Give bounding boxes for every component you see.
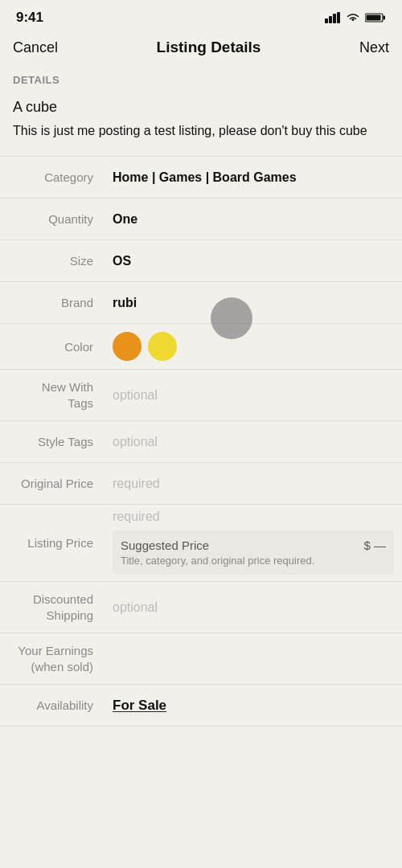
size-label: Size <box>0 244 105 279</box>
your-earnings-label: Your Earnings(when sold) <box>0 633 105 684</box>
suggested-price-value: $ — <box>363 538 386 552</box>
discounted-shipping-value[interactable]: optional <box>105 591 402 624</box>
new-with-tags-row: New WithTags optional <box>0 370 402 421</box>
category-label: Category <box>0 160 105 195</box>
nav-title: Listing Details <box>157 39 261 56</box>
svg-rect-3 <box>337 12 340 23</box>
availability-row: Availability For Sale <box>0 685 402 727</box>
new-with-tags-value[interactable]: optional <box>105 379 402 412</box>
brand-row: Brand rubi <box>0 282 402 324</box>
style-tags-label: Style Tags <box>0 424 105 460</box>
style-tags-value[interactable]: optional <box>105 425 402 459</box>
discounted-shipping-row: DiscountedShipping optional <box>0 582 402 633</box>
color-swatches[interactable] <box>105 324 185 369</box>
style-tags-row: Style Tags optional <box>0 421 402 463</box>
your-earnings-value <box>105 649 402 669</box>
svg-rect-1 <box>329 16 332 23</box>
suggested-price-label: Suggested Price <box>121 538 209 552</box>
listing-price-label: Listing Price <box>0 526 105 561</box>
your-earnings-row: Your Earnings(when sold) <box>0 633 402 685</box>
next-button[interactable]: Next <box>359 39 389 56</box>
svg-rect-0 <box>325 18 328 23</box>
wifi-icon <box>346 12 360 23</box>
category-row: Category Home | Games | Board Games <box>0 157 402 199</box>
item-description: This is just me posting a test listing, … <box>0 119 402 156</box>
color-swatch-orange[interactable] <box>113 332 142 361</box>
suggested-price-hint: Title, category, and original price requ… <box>121 555 386 567</box>
brand-label: Brand <box>0 285 105 321</box>
size-row: Size OS <box>0 240 402 282</box>
listing-price-row: Listing Price required Suggested Price $… <box>0 505 402 582</box>
discounted-shipping-label: DiscountedShipping <box>0 582 105 633</box>
status-bar: 9:41 <box>0 0 402 32</box>
size-value[interactable]: OS <box>105 244 402 278</box>
section-label: DETAILS <box>0 66 402 91</box>
original-price-label: Original Price <box>0 466 105 502</box>
battery-icon <box>365 12 386 23</box>
availability-label: Availability <box>0 688 105 723</box>
status-icons <box>325 12 386 23</box>
quantity-row: Quantity One <box>0 199 402 240</box>
original-price-value[interactable]: required <box>105 467 402 501</box>
suggested-price-box: Suggested Price $ — Title, category, and… <box>113 530 394 575</box>
color-swatch-yellow[interactable] <box>148 332 177 361</box>
item-title: A cube <box>0 91 402 119</box>
status-time: 9:41 <box>16 10 43 26</box>
category-value[interactable]: Home | Games | Board Games <box>105 161 402 194</box>
availability-value[interactable]: For Sale <box>105 688 402 723</box>
color-row: Color <box>0 324 402 370</box>
color-label: Color <box>0 330 105 365</box>
svg-rect-5 <box>384 16 386 20</box>
original-price-row: Original Price required <box>0 463 402 505</box>
svg-rect-6 <box>367 15 381 21</box>
quantity-value[interactable]: One <box>105 203 402 236</box>
listing-price-value[interactable]: required <box>113 510 394 529</box>
brand-value[interactable]: rubi <box>105 286 402 320</box>
details-table: Category Home | Games | Board Games Quan… <box>0 156 402 727</box>
new-with-tags-label: New WithTags <box>0 370 105 420</box>
cancel-button[interactable]: Cancel <box>13 39 58 56</box>
svg-rect-2 <box>333 14 336 23</box>
quantity-label: Quantity <box>0 202 105 237</box>
nav-bar: Cancel Listing Details Next <box>0 32 402 66</box>
signal-icon <box>325 12 341 23</box>
